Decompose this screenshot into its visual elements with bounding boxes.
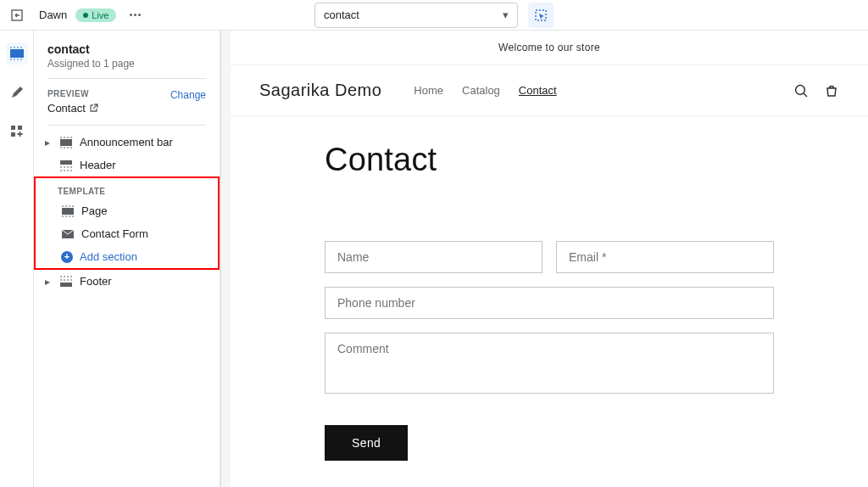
template-highlight-box: TEMPLATE ▸ Page ▸ Contact Form ▸ + Add s…: [34, 176, 220, 270]
rail-theme-settings[interactable]: [6, 81, 28, 104]
section-icon: [59, 276, 73, 288]
nav-rail: [0, 31, 34, 487]
rail-sections[interactable]: [6, 42, 28, 64]
template-subtitle: Assigned to 1 page: [47, 58, 206, 70]
svg-rect-7: [11, 132, 15, 137]
chevron-down-icon: ▾: [503, 8, 509, 21]
announcement-bar: Welcome to our store: [231, 31, 868, 65]
section-icon: [59, 137, 73, 148]
exit-button[interactable]: [8, 7, 25, 24]
main-area: contact Assigned to 1 page PREVIEW Conta…: [0, 31, 868, 487]
mail-icon: [61, 228, 75, 240]
svg-rect-11: [60, 160, 72, 165]
page-body: Contact Send: [231, 116, 868, 487]
section-header[interactable]: ▸ Header: [34, 154, 220, 176]
section-icon: [59, 160, 73, 171]
store-nav: Home Catalog Contact: [414, 84, 556, 97]
name-field[interactable]: [325, 241, 542, 273]
preview-page-name: Contact: [47, 102, 86, 115]
section-label: Announcement bar: [80, 136, 173, 148]
template-group-label: TEMPLATE: [36, 178, 218, 199]
svg-line-22: [804, 93, 807, 97]
comment-field[interactable]: [325, 333, 774, 394]
inspector-button[interactable]: [528, 3, 554, 28]
svg-rect-5: [11, 126, 15, 130]
section-announcement-bar[interactable]: ▸ Announcement bar: [34, 131, 220, 154]
add-section-button[interactable]: ▸ + Add section: [36, 245, 218, 268]
svg-rect-2: [10, 49, 24, 58]
section-contact-form[interactable]: ▸ Contact Form: [36, 222, 218, 245]
chevron-right-icon: ▸: [42, 276, 53, 288]
page-selector[interactable]: contact ▾: [314, 3, 518, 28]
paintbrush-icon: [9, 86, 24, 100]
rail-apps[interactable]: [6, 120, 28, 143]
inspector-icon: [534, 8, 548, 22]
email-field[interactable]: [556, 241, 774, 273]
header-icons: [793, 83, 839, 98]
add-section-label: Add section: [80, 250, 137, 263]
preview-canvas: Welcome to our store Sagarika Demo Home …: [231, 31, 868, 487]
section-label: Footer: [80, 275, 112, 288]
page-selector-value: contact: [324, 8, 359, 21]
phone-field[interactable]: [325, 287, 774, 319]
exit-icon: [10, 8, 24, 22]
section-page[interactable]: ▸ Page: [36, 199, 218, 222]
sections-icon: [9, 47, 25, 60]
preview-label: PREVIEW: [47, 89, 98, 98]
nav-home[interactable]: Home: [414, 84, 443, 97]
section-list: ▸ Announcement bar ▸ Header TEMPLATE ▸ P…: [34, 126, 220, 298]
svg-rect-6: [18, 126, 22, 130]
svg-rect-8: [60, 139, 72, 146]
topbar-left: Dawn Live: [8, 7, 141, 24]
section-footer[interactable]: ▸ Footer: [34, 270, 220, 293]
send-button[interactable]: Send: [325, 425, 408, 461]
section-label: Header: [80, 159, 116, 171]
template-title: contact: [47, 42, 206, 56]
sidebar-header: contact Assigned to 1 page: [34, 31, 220, 78]
external-link-icon: [89, 104, 98, 113]
section-label: Page: [81, 204, 107, 217]
svg-rect-14: [62, 208, 74, 215]
theme-name: Dawn: [39, 8, 67, 21]
sidebar-gutter: [220, 31, 231, 487]
plus-icon: +: [61, 251, 73, 263]
change-preview-link[interactable]: Change: [170, 89, 206, 101]
cart-icon[interactable]: [824, 83, 839, 98]
section-label: Contact Form: [81, 227, 148, 240]
more-button[interactable]: [130, 14, 141, 16]
page-heading: Contact: [325, 142, 774, 178]
nav-contact[interactable]: Contact: [519, 84, 557, 97]
store-brand: Sagarika Demo: [259, 81, 381, 100]
apps-icon: [10, 125, 24, 138]
chevron-right-icon: ▸: [42, 137, 53, 148]
preview-block: PREVIEW Contact Change: [34, 79, 220, 125]
section-icon: [61, 205, 75, 217]
sidebar: contact Assigned to 1 page PREVIEW Conta…: [34, 31, 220, 487]
search-icon[interactable]: [793, 83, 809, 98]
storefront-preview: Welcome to our store Sagarika Demo Home …: [231, 31, 868, 487]
svg-rect-20: [60, 283, 72, 287]
preview-page-link[interactable]: Contact: [47, 102, 98, 115]
nav-catalog[interactable]: Catalog: [462, 84, 500, 97]
top-bar: Dawn Live contact ▾: [0, 0, 868, 31]
store-header: Sagarika Demo Home Catalog Contact: [231, 65, 868, 116]
topbar-center: contact ▾: [314, 3, 554, 28]
live-badge: Live: [75, 8, 116, 22]
svg-point-21: [796, 85, 805, 94]
